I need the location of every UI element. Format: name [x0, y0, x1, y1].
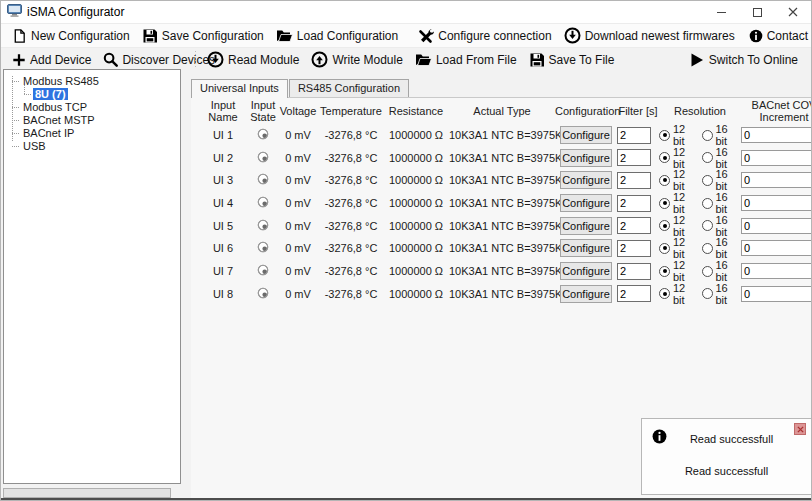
- configure-button[interactable]: Configure: [560, 149, 612, 167]
- resolution-12bit-radio[interactable]: [659, 243, 670, 254]
- add-device-button[interactable]: Add Device: [7, 51, 96, 69]
- resolution-12bit-radio[interactable]: [659, 175, 670, 186]
- filter-cell: [617, 263, 659, 280]
- bacnet-cov-input[interactable]: [741, 150, 812, 166]
- save-configuration-button[interactable]: Save Configuration: [137, 26, 269, 46]
- write-module-button[interactable]: Write Module: [306, 49, 407, 70]
- tree-item[interactable]: USB: [4, 140, 180, 153]
- actual-type-value: 10K3A1 NTC B=3975K: [449, 197, 555, 209]
- configuration-cell: Configure: [555, 239, 617, 257]
- filter-input[interactable]: [617, 217, 651, 234]
- tree-item[interactable]: BACnet IP: [4, 127, 180, 140]
- bacnet-cov-input[interactable]: [741, 172, 812, 188]
- tree-item[interactable]: Modbus RS485: [4, 75, 180, 88]
- resolution-12bit-label: 12 bit: [673, 282, 694, 306]
- resolution-12bit-radio[interactable]: [659, 152, 670, 163]
- new-configuration-button[interactable]: New Configuration: [7, 26, 135, 46]
- filter-input[interactable]: [617, 127, 651, 144]
- bacnet-cov-input[interactable]: [741, 218, 812, 234]
- table-row: UI 4 0 mV -3276,8 °C 1000000 Ω 10K3A1 NT…: [191, 191, 812, 214]
- toolbar-grip: [193, 51, 198, 69]
- resolution-12bit-radio[interactable]: [659, 288, 670, 299]
- resolution-cell: 12 bit 16 bit: [659, 236, 741, 260]
- configuration-cell: Configure: [555, 149, 617, 167]
- tree-item[interactable]: Modbus TCP: [4, 101, 180, 114]
- resolution-12bit-radio[interactable]: [659, 220, 670, 231]
- resolution-16bit-radio[interactable]: [702, 130, 713, 141]
- filter-input[interactable]: [617, 285, 651, 302]
- read-module-label: Read Module: [228, 53, 299, 67]
- resolution-16bit-radio[interactable]: [702, 243, 713, 254]
- input-name: UI 5: [197, 220, 249, 232]
- resolution-16bit-radio[interactable]: [702, 288, 713, 299]
- bacnet-cov-input[interactable]: [741, 286, 812, 302]
- resolution-cell: 12 bit 16 bit: [659, 191, 741, 215]
- column-header: Actual Type: [449, 105, 555, 117]
- column-header: BACnet COV Increment: [741, 99, 812, 123]
- tab-universal-inputs[interactable]: Universal Inputs: [191, 79, 288, 98]
- configure-connection-button[interactable]: Configure connection: [413, 26, 556, 46]
- actual-type-value: 10K3A1 NTC B=3975K: [449, 220, 555, 232]
- maximize-button[interactable]: [739, 1, 775, 23]
- tree-item-label[interactable]: Modbus RS485: [21, 75, 101, 87]
- configure-button[interactable]: Configure: [560, 126, 612, 144]
- minimize-button[interactable]: [703, 1, 739, 23]
- tree-item[interactable]: 8U (7): [4, 88, 180, 101]
- bacnet-cov-input[interactable]: [741, 240, 812, 256]
- save-to-file-button[interactable]: Save To File: [524, 50, 620, 70]
- resolution-16bit-radio[interactable]: [702, 152, 713, 163]
- resolution-16bit-label: 16 bit: [716, 191, 737, 215]
- bacnet-cov-input[interactable]: [741, 195, 812, 211]
- resolution-12bit-radio[interactable]: [659, 266, 670, 277]
- device-tree-panel: Modbus RS485 8U (7) Modbus TCP BACnet MS…: [3, 69, 181, 484]
- tree-item-label[interactable]: BACnet MSTP: [21, 114, 97, 126]
- tree-item-label[interactable]: USB: [21, 140, 48, 152]
- bacnet-cov-input[interactable]: [741, 263, 812, 279]
- actual-type-value: 10K3A1 NTC B=3975K: [449, 174, 555, 186]
- temperature-value: -3276,8 °C: [319, 174, 383, 186]
- download-firmwares-button[interactable]: Download newest firmwares: [559, 25, 740, 46]
- notification-close-button[interactable]: [794, 423, 806, 435]
- resolution-16bit-label: 16 bit: [716, 146, 737, 170]
- close-button[interactable]: [775, 1, 811, 23]
- resolution-16bit-label: 16 bit: [716, 123, 737, 147]
- download-firmwares-label: Download newest firmwares: [585, 29, 735, 43]
- configure-button[interactable]: Configure: [560, 194, 612, 212]
- contact-button[interactable]: Contact: [744, 27, 812, 45]
- configure-button[interactable]: Configure: [560, 262, 612, 280]
- configure-button[interactable]: Configure: [560, 217, 612, 235]
- filter-input[interactable]: [617, 263, 651, 280]
- filter-input[interactable]: [617, 172, 651, 189]
- filter-input[interactable]: [617, 240, 651, 257]
- resolution-16bit-radio[interactable]: [702, 198, 713, 209]
- resolution-12bit-radio[interactable]: [659, 198, 670, 209]
- window-title: iSMA Configurator: [27, 5, 124, 19]
- play-icon: [689, 52, 705, 68]
- configure-button[interactable]: Configure: [560, 239, 612, 257]
- tab-rs485-configuration[interactable]: RS485 Configuration: [289, 79, 409, 97]
- cov-cell: [741, 218, 812, 234]
- cov-cell: [741, 240, 812, 256]
- filter-input[interactable]: [617, 149, 651, 166]
- configure-button[interactable]: Configure: [560, 171, 612, 189]
- filter-input[interactable]: [617, 195, 651, 212]
- switch-to-online-button[interactable]: Switch To Online: [684, 50, 803, 70]
- contact-label: Contact: [767, 29, 808, 43]
- resolution-12bit-radio[interactable]: [659, 130, 670, 141]
- resolution-12bit-label: 12 bit: [673, 236, 694, 260]
- resolution-16bit-radio[interactable]: [702, 220, 713, 231]
- cov-cell: [741, 195, 812, 211]
- tree-item[interactable]: BACnet MSTP: [4, 114, 180, 127]
- input-name: UI 6: [197, 242, 249, 254]
- configure-button[interactable]: Configure: [560, 285, 612, 303]
- resolution-16bit-radio[interactable]: [702, 266, 713, 277]
- load-configuration-button[interactable]: Load Configuration: [271, 26, 403, 45]
- tree-item-label[interactable]: Modbus TCP: [21, 101, 89, 113]
- voltage-value: 0 mV: [277, 152, 319, 164]
- read-module-button[interactable]: Read Module: [202, 49, 304, 70]
- tree-item-label[interactable]: BACnet IP: [21, 127, 76, 139]
- resolution-16bit-radio[interactable]: [702, 175, 713, 186]
- tree-item-label[interactable]: 8U (7): [33, 88, 68, 100]
- bacnet-cov-input[interactable]: [741, 127, 812, 143]
- load-from-file-button[interactable]: Load From File: [410, 50, 522, 69]
